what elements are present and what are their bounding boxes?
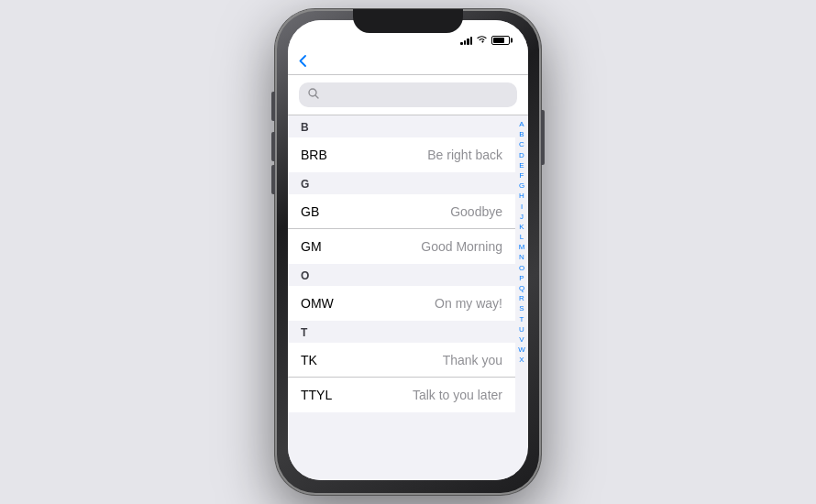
- section-header-T: T: [288, 321, 515, 343]
- table-row[interactable]: TTYLTalk to you later: [288, 378, 515, 412]
- back-button[interactable]: [299, 55, 308, 67]
- section-group-G: GBGoodbyeGMGood Morning: [288, 194, 515, 264]
- alpha-letter-J[interactable]: J: [520, 212, 524, 222]
- item-phrase: Goodbye: [450, 204, 502, 219]
- battery-fill: [493, 38, 504, 43]
- alpha-letter-A[interactable]: A: [519, 119, 524, 129]
- item-shortcut: GB: [301, 204, 319, 219]
- alpha-letter-O[interactable]: O: [519, 263, 524, 273]
- alpha-letter-L[interactable]: L: [520, 232, 524, 242]
- section-header-G: G: [288, 172, 515, 194]
- alpha-letter-N[interactable]: N: [519, 252, 524, 262]
- item-shortcut: GM: [301, 239, 322, 254]
- alpha-letter-W[interactable]: W: [518, 345, 525, 355]
- table-row[interactable]: GBGoodbye: [288, 194, 515, 229]
- item-phrase: Thank you: [443, 353, 502, 367]
- phone-screen: BBRBBe right backGGBGoodbyeGMGood Mornin…: [288, 20, 528, 480]
- alpha-letter-D[interactable]: D: [519, 150, 524, 160]
- alpha-letter-M[interactable]: M: [519, 242, 525, 252]
- alpha-letter-B[interactable]: B: [519, 129, 524, 139]
- alpha-letter-K[interactable]: K: [519, 222, 524, 232]
- table-row[interactable]: GMGood Morning: [288, 229, 515, 264]
- item-phrase: Be right back: [427, 148, 502, 162]
- section-group-O: OMWOn my way!: [288, 286, 515, 321]
- notch: [353, 9, 463, 33]
- item-shortcut: BRB: [301, 148, 327, 162]
- battery-icon: [491, 36, 510, 45]
- status-icons: [460, 35, 510, 46]
- alpha-letter-H[interactable]: H: [519, 191, 524, 201]
- list-content: BBRBBe right backGGBGoodbyeGMGood Mornin…: [288, 115, 515, 480]
- section-header-B: B: [288, 115, 515, 137]
- item-shortcut: TK: [301, 353, 317, 367]
- section-group-T: TKThank youTTYLTalk to you later: [288, 343, 515, 412]
- table-row[interactable]: TKThank you: [288, 343, 515, 378]
- alpha-letter-F[interactable]: F: [520, 170, 524, 181]
- signal-bars-icon: [460, 36, 472, 45]
- section-group-B: BRBBe right back: [288, 137, 515, 172]
- svg-line-1: [315, 95, 318, 98]
- alpha-letter-T[interactable]: T: [520, 314, 524, 324]
- phone-frame: BBRBBe right backGGBGoodbyeGMGood Mornin…: [275, 9, 541, 495]
- item-phrase: Good Morning: [421, 239, 502, 254]
- item-shortcut: OMW: [301, 296, 334, 311]
- item-phrase: On my way!: [435, 296, 502, 311]
- list-container: BBRBBe right backGGBGoodbyeGMGood Mornin…: [288, 115, 528, 480]
- alpha-letter-Q[interactable]: Q: [519, 283, 524, 293]
- alpha-letter-R[interactable]: R: [519, 293, 524, 303]
- search-container: [288, 75, 528, 115]
- search-bar[interactable]: [299, 82, 517, 107]
- alpha-letter-C[interactable]: C: [519, 139, 524, 149]
- alpha-letter-X[interactable]: X: [519, 355, 524, 365]
- nav-bar: [288, 49, 528, 75]
- table-row[interactable]: OMWOn my way!: [288, 286, 515, 321]
- search-icon: [308, 88, 319, 102]
- alpha-letter-E[interactable]: E: [519, 160, 524, 170]
- item-phrase: Talk to you later: [413, 388, 502, 402]
- alpha-letter-S[interactable]: S: [519, 303, 524, 313]
- alpha-letter-P[interactable]: P: [519, 273, 524, 283]
- item-shortcut: TTYL: [301, 388, 332, 402]
- alpha-letter-G[interactable]: G: [519, 181, 524, 191]
- alpha-letter-I[interactable]: I: [521, 202, 523, 212]
- alpha-letter-V[interactable]: V: [519, 334, 524, 345]
- table-row[interactable]: BRBBe right back: [288, 137, 515, 172]
- section-header-O: O: [288, 264, 515, 286]
- alpha-index[interactable]: ABCDEFGHIJKLMNOPQRSTUVWX: [515, 115, 528, 480]
- wifi-icon: [476, 35, 488, 46]
- alpha-letter-U[interactable]: U: [519, 324, 524, 334]
